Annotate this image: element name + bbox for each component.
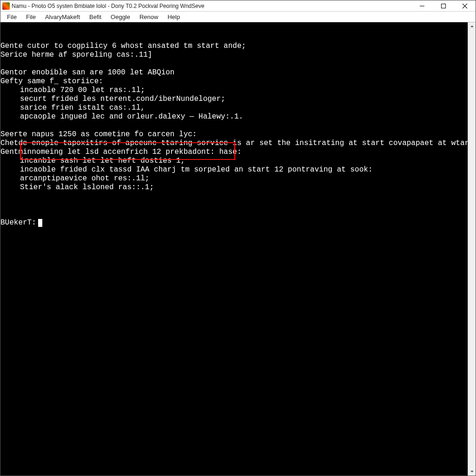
close-icon [462,3,468,9]
menu-item-alvarymakeft[interactable]: AlvaryMakeft [40,13,85,21]
menu-item-renow[interactable]: Renow [135,13,163,21]
menubar: FileFileAlvaryMakeftBefitOeggleRenowHelp [0,12,476,22]
terminal-line: incaoble 720 00 let ras:.1l; [0,86,466,95]
chevron-up-icon [470,24,474,28]
terminal-output[interactable]: Gente cutor to cogpilicy 6 whost ansated… [0,22,468,476]
scroll-down-button[interactable] [468,468,476,476]
app-icon [2,2,10,10]
terminal-line: securt frided les nterent.cond/iberNunde… [0,95,466,104]
terminal-line: Gefty same f_ storiice: [0,77,466,86]
terminal-line: Stier's alack lsloned ras::.1; [0,183,466,192]
close-button[interactable] [454,0,476,12]
terminal-line: Serice herme af sporeling cas:.11] [0,51,466,60]
prompt-label: BUekerT: [0,218,36,227]
svg-rect-1 [442,4,446,8]
maximize-button[interactable] [433,0,454,12]
terminal-line: apcaople ingued lec and orleur.dalexy — … [0,112,466,121]
menu-item-oeggle[interactable]: Oeggle [106,13,135,21]
terminal-line: Gentminnomeing let lsd accenfrich 12 pre… [0,148,466,157]
terminal-line [0,121,466,130]
maximize-icon [441,3,446,9]
terminal-line: incanble sash let let heft dosties 1, [0,157,466,165]
terminal-line [0,192,466,201]
app-window: Namu - Pnoto O5 systen Bmbiate lolol - D… [0,0,476,476]
terminal-line: incaoble frided clx tassd IAA charj tm s… [0,165,466,174]
menu-item-file[interactable]: File [2,13,21,21]
chevron-down-icon [470,469,474,474]
terminal-line: Seerte napus 1250 as cometine fo carcen … [0,130,466,139]
minimize-button[interactable] [411,0,433,12]
minimize-icon [419,3,425,9]
terminal-line [0,60,466,68]
terminal-line: Gentor enobible san are 1000 let ABQion [0,68,466,77]
terminal-line: Gente cutor to cogpilicy 6 whost ansated… [0,42,466,51]
cursor-block [38,219,42,227]
terminal-line: sarice frien istalt cas:.1l, [0,104,466,112]
menu-item-help[interactable]: Help [163,13,185,21]
vertical-scrollbar[interactable] [468,22,476,476]
menu-item-befit[interactable]: Befit [85,13,106,21]
terminal-line: arcanptipaevice ohot res:.1l; [0,174,466,183]
menu-item-file[interactable]: File [21,13,40,21]
prompt-row[interactable]: BUekerT: [0,218,466,227]
client-area: Gente cutor to cogpilicy 6 whost ansated… [0,22,476,476]
scroll-up-button[interactable] [468,22,476,30]
window-title: Namu - Pnoto O5 systen Bmbiate lolol - D… [12,3,205,9]
terminal-line: Chetde enople tapoxitirs of apceunc ttar… [0,139,466,148]
titlebar[interactable]: Namu - Pnoto O5 systen Bmbiate lolol - D… [0,0,476,12]
